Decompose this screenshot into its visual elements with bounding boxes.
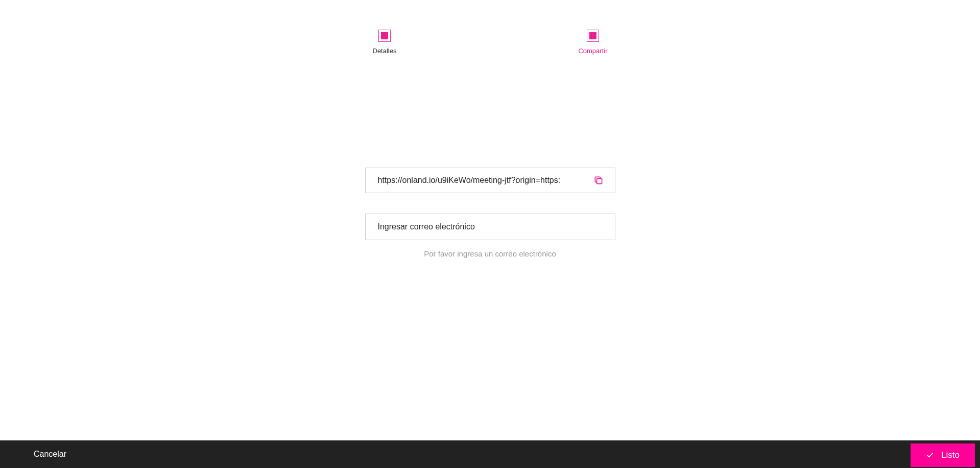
email-group <box>365 214 615 240</box>
step-label-detalles: Detalles <box>373 47 397 55</box>
share-form: Por favor ingresa un correo electrónico <box>365 168 615 258</box>
svg-rect-0 <box>596 179 602 184</box>
step-label-compartir: Compartir <box>578 47 607 55</box>
url-group <box>365 168 615 193</box>
step-box-icon <box>378 30 391 42</box>
url-field[interactable] <box>378 176 593 185</box>
cancel-button[interactable]: Cancelar <box>34 450 66 459</box>
email-field[interactable] <box>378 222 603 231</box>
stepper: Detalles Compartir <box>373 30 608 55</box>
email-helper-text: Por favor ingresa un correo electrónico <box>365 249 615 258</box>
check-icon <box>926 451 934 459</box>
step-box-icon <box>587 30 599 42</box>
step-compartir[interactable]: Compartir <box>578 30 607 55</box>
done-button[interactable]: Listo <box>911 443 975 467</box>
footer-bar: Cancelar Listo <box>0 440 980 468</box>
step-detalles[interactable]: Detalles <box>373 30 397 55</box>
step-connector <box>396 36 578 36</box>
done-button-label: Listo <box>941 450 960 460</box>
copy-icon[interactable] <box>593 175 604 185</box>
